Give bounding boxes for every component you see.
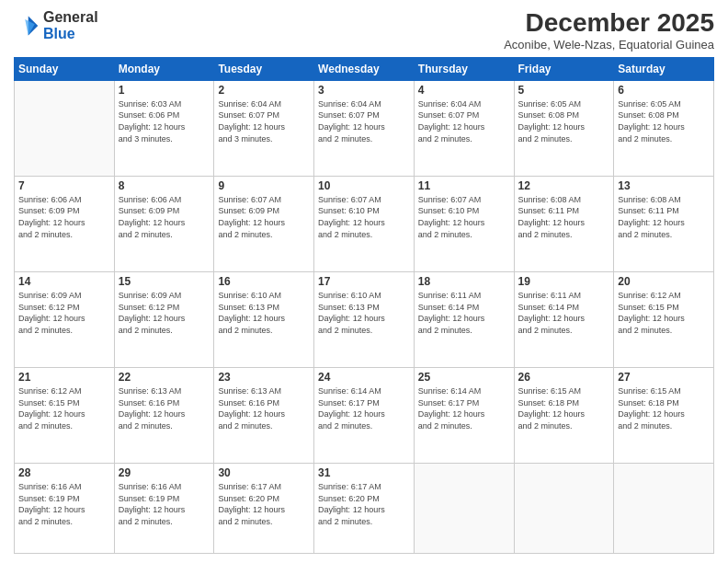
logo-text: General Blue (43, 9, 98, 41)
table-row: 21Sunrise: 6:12 AM Sunset: 6:15 PM Dayli… (15, 367, 115, 463)
day-number: 24 (318, 371, 410, 384)
header: General Blue December 2025 Aconibe, Wele… (14, 9, 714, 52)
table-row: 28Sunrise: 6:16 AM Sunset: 6:19 PM Dayli… (15, 464, 115, 554)
col-sunday: Sunday (15, 57, 115, 80)
day-info: Sunrise: 6:12 AM Sunset: 6:15 PM Dayligh… (618, 290, 710, 336)
table-row: 11Sunrise: 6:07 AM Sunset: 6:10 PM Dayli… (414, 176, 514, 271)
day-info: Sunrise: 6:08 AM Sunset: 6:11 PM Dayligh… (618, 194, 710, 240)
day-number: 18 (418, 275, 510, 288)
day-info: Sunrise: 6:05 AM Sunset: 6:08 PM Dayligh… (518, 98, 610, 144)
col-saturday: Saturday (614, 57, 714, 80)
day-info: Sunrise: 6:07 AM Sunset: 6:10 PM Dayligh… (318, 194, 410, 240)
table-row: 31Sunrise: 6:17 AM Sunset: 6:20 PM Dayli… (314, 464, 415, 554)
table-row: 19Sunrise: 6:11 AM Sunset: 6:14 PM Dayli… (514, 271, 614, 367)
day-number: 6 (618, 84, 710, 97)
table-row: 25Sunrise: 6:14 AM Sunset: 6:17 PM Dayli… (414, 367, 514, 463)
table-row (514, 464, 614, 554)
table-row: 2Sunrise: 6:04 AM Sunset: 6:07 PM Daylig… (214, 80, 314, 176)
month-title: December 2025 (504, 9, 714, 38)
table-row: 5Sunrise: 6:05 AM Sunset: 6:08 PM Daylig… (514, 80, 614, 176)
day-info: Sunrise: 6:07 AM Sunset: 6:10 PM Dayligh… (418, 194, 510, 240)
day-info: Sunrise: 6:14 AM Sunset: 6:17 PM Dayligh… (418, 385, 510, 431)
col-friday: Friday (514, 57, 614, 80)
day-number: 13 (618, 179, 710, 192)
table-row: 18Sunrise: 6:11 AM Sunset: 6:14 PM Dayli… (414, 271, 514, 367)
day-info: Sunrise: 6:04 AM Sunset: 6:07 PM Dayligh… (418, 98, 510, 144)
day-info: Sunrise: 6:09 AM Sunset: 6:12 PM Dayligh… (18, 290, 110, 336)
logo: General Blue (14, 9, 98, 41)
day-number: 2 (218, 84, 310, 97)
table-row: 26Sunrise: 6:15 AM Sunset: 6:18 PM Dayli… (514, 367, 614, 463)
day-number: 19 (518, 275, 610, 288)
calendar-table: Sunday Monday Tuesday Wednesday Thursday… (14, 57, 714, 554)
day-number: 28 (18, 466, 110, 479)
day-number: 11 (418, 179, 510, 192)
table-row: 15Sunrise: 6:09 AM Sunset: 6:12 PM Dayli… (114, 271, 214, 367)
day-number: 12 (518, 179, 610, 192)
day-number: 22 (119, 371, 210, 384)
table-row: 17Sunrise: 6:10 AM Sunset: 6:13 PM Dayli… (314, 271, 415, 367)
day-number: 17 (318, 275, 410, 288)
day-info: Sunrise: 6:03 AM Sunset: 6:06 PM Dayligh… (119, 98, 210, 144)
day-info: Sunrise: 6:14 AM Sunset: 6:17 PM Dayligh… (318, 385, 410, 431)
day-number: 8 (119, 179, 210, 192)
day-info: Sunrise: 6:17 AM Sunset: 6:20 PM Dayligh… (318, 481, 410, 527)
table-row: 23Sunrise: 6:13 AM Sunset: 6:16 PM Dayli… (214, 367, 314, 463)
day-number: 16 (218, 275, 310, 288)
day-number: 30 (218, 466, 310, 479)
day-number: 27 (618, 371, 710, 384)
table-row: 6Sunrise: 6:05 AM Sunset: 6:08 PM Daylig… (614, 80, 714, 176)
day-number: 26 (518, 371, 610, 384)
day-info: Sunrise: 6:17 AM Sunset: 6:20 PM Dayligh… (218, 481, 310, 527)
day-info: Sunrise: 6:12 AM Sunset: 6:15 PM Dayligh… (18, 385, 110, 431)
table-row: 8Sunrise: 6:06 AM Sunset: 6:09 PM Daylig… (114, 176, 214, 271)
day-info: Sunrise: 6:10 AM Sunset: 6:13 PM Dayligh… (318, 290, 410, 336)
day-info: Sunrise: 6:16 AM Sunset: 6:19 PM Dayligh… (119, 481, 210, 527)
day-info: Sunrise: 6:06 AM Sunset: 6:09 PM Dayligh… (18, 194, 110, 240)
table-row: 24Sunrise: 6:14 AM Sunset: 6:17 PM Dayli… (314, 367, 415, 463)
table-row: 16Sunrise: 6:10 AM Sunset: 6:13 PM Dayli… (214, 271, 314, 367)
day-number: 5 (518, 84, 610, 97)
day-info: Sunrise: 6:10 AM Sunset: 6:13 PM Dayligh… (218, 290, 310, 336)
location: Aconibe, Wele-Nzas, Equatorial Guinea (504, 38, 714, 52)
table-row (414, 464, 514, 554)
table-row: 14Sunrise: 6:09 AM Sunset: 6:12 PM Dayli… (15, 271, 115, 367)
table-row: 27Sunrise: 6:15 AM Sunset: 6:18 PM Dayli… (614, 367, 714, 463)
day-info: Sunrise: 6:15 AM Sunset: 6:18 PM Dayligh… (518, 385, 610, 431)
day-info: Sunrise: 6:13 AM Sunset: 6:16 PM Dayligh… (218, 385, 310, 431)
day-number: 7 (18, 179, 110, 192)
day-number: 15 (119, 275, 210, 288)
day-number: 25 (418, 371, 510, 384)
day-number: 31 (318, 466, 410, 479)
table-row: 12Sunrise: 6:08 AM Sunset: 6:11 PM Dayli… (514, 176, 614, 271)
table-row: 3Sunrise: 6:04 AM Sunset: 6:07 PM Daylig… (314, 80, 415, 176)
title-area: December 2025 Aconibe, Wele-Nzas, Equato… (504, 9, 714, 52)
table-row: 29Sunrise: 6:16 AM Sunset: 6:19 PM Dayli… (114, 464, 214, 554)
day-number: 9 (218, 179, 310, 192)
table-row: 10Sunrise: 6:07 AM Sunset: 6:10 PM Dayli… (314, 176, 415, 271)
day-info: Sunrise: 6:15 AM Sunset: 6:18 PM Dayligh… (618, 385, 710, 431)
table-row (614, 464, 714, 554)
day-info: Sunrise: 6:04 AM Sunset: 6:07 PM Dayligh… (218, 98, 310, 144)
logo-general: General (43, 9, 98, 25)
day-info: Sunrise: 6:11 AM Sunset: 6:14 PM Dayligh… (518, 290, 610, 336)
day-info: Sunrise: 6:04 AM Sunset: 6:07 PM Dayligh… (318, 98, 410, 144)
day-info: Sunrise: 6:09 AM Sunset: 6:12 PM Dayligh… (119, 290, 210, 336)
page: General Blue December 2025 Aconibe, Wele… (0, 0, 728, 563)
day-number: 4 (418, 84, 510, 97)
day-info: Sunrise: 6:05 AM Sunset: 6:08 PM Dayligh… (618, 98, 710, 144)
day-info: Sunrise: 6:16 AM Sunset: 6:19 PM Dayligh… (18, 481, 110, 527)
day-number: 21 (18, 371, 110, 384)
col-monday: Monday (114, 57, 214, 80)
day-number: 1 (119, 84, 210, 97)
col-wednesday: Wednesday (314, 57, 415, 80)
table-row: 4Sunrise: 6:04 AM Sunset: 6:07 PM Daylig… (414, 80, 514, 176)
table-row: 22Sunrise: 6:13 AM Sunset: 6:16 PM Dayli… (114, 367, 214, 463)
logo-icon (14, 13, 40, 39)
table-row (15, 80, 115, 176)
calendar-header-row: Sunday Monday Tuesday Wednesday Thursday… (15, 57, 714, 80)
table-row: 1Sunrise: 6:03 AM Sunset: 6:06 PM Daylig… (114, 80, 214, 176)
col-thursday: Thursday (414, 57, 514, 80)
table-row: 9Sunrise: 6:07 AM Sunset: 6:09 PM Daylig… (214, 176, 314, 271)
table-row: 30Sunrise: 6:17 AM Sunset: 6:20 PM Dayli… (214, 464, 314, 554)
